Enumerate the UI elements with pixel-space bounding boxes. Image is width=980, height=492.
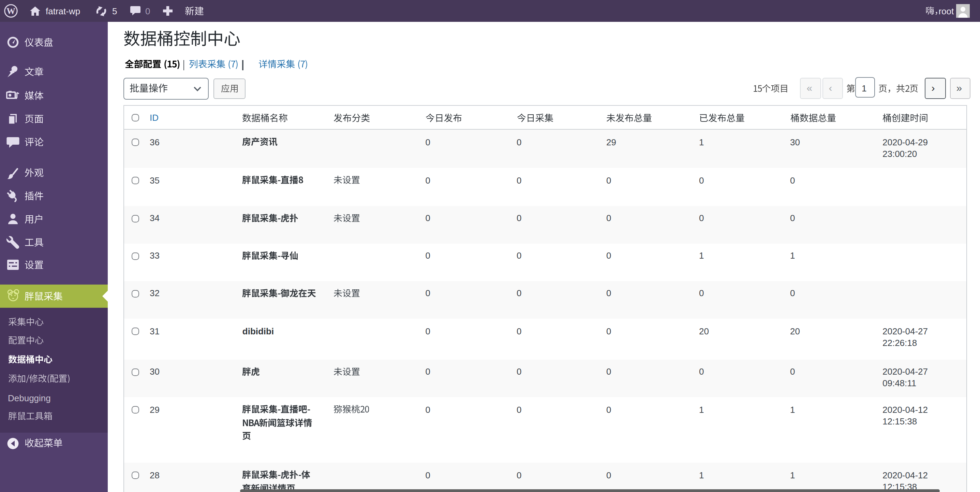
svg-text:W: W — [7, 6, 16, 16]
